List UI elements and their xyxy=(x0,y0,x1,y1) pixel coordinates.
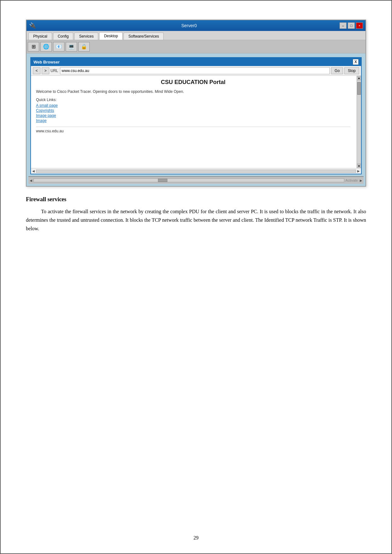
browser-content: CSU EDUCATION Portal Welcome to Cisco Pa… xyxy=(31,76,357,168)
page-number: 29 xyxy=(1,535,391,541)
toolbar-icon-1: ⊞ xyxy=(28,42,39,51)
section-heading: Firewall services xyxy=(26,196,366,203)
scroll-up-arrow[interactable]: ▲ xyxy=(357,76,361,80)
body-paragraph: To activate the firewall services in the… xyxy=(26,207,366,233)
browser-close-button[interactable]: X xyxy=(353,59,359,65)
url-label: URL xyxy=(51,69,58,73)
tab-config[interactable]: Config xyxy=(53,33,74,40)
window-title: Server0 xyxy=(39,23,340,28)
tab-software-services[interactable]: Software/Services xyxy=(124,33,164,40)
taskbar-scrollbar[interactable] xyxy=(33,178,344,182)
back-button[interactable]: < xyxy=(33,67,40,74)
link-copyrights[interactable]: Copyrights xyxy=(36,108,350,113)
window-taskbar: ◀ Activate ▶ xyxy=(28,176,364,184)
browser-titlebar: Web Browser X xyxy=(31,58,361,66)
window-icon: 🔌 xyxy=(29,22,36,29)
scroll-thumb[interactable] xyxy=(357,82,361,95)
horizontal-scrollbar[interactable] xyxy=(36,170,356,173)
cisco-packet-tracer-window: 🔌 Server0 – □ × Physical Config Services… xyxy=(26,20,366,187)
document-section: Firewall services To activate the firewa… xyxy=(26,196,366,233)
quick-links-label: Quick Links: xyxy=(36,98,350,102)
welcome-text: Welcome to Cisco Packet Tracer. Opening … xyxy=(36,89,350,94)
taskbar-thumb xyxy=(158,179,167,182)
scroll-right-arrow[interactable]: ▶ xyxy=(357,169,360,173)
minimize-button[interactable]: – xyxy=(340,22,347,29)
forward-button[interactable]: > xyxy=(42,67,49,74)
browser-bottom-bar: ◀ ▶ xyxy=(31,168,361,174)
activate-text: Activate xyxy=(346,178,358,182)
browser-scrollbar[interactable]: ▲ ▼ xyxy=(357,76,361,168)
link-image[interactable]: Image xyxy=(36,118,350,123)
taskbar-right-arrow[interactable]: ▶ xyxy=(360,179,362,182)
toolbar-icon-5: 🔒 xyxy=(78,42,90,51)
toolbar-icon-2: 🌐 xyxy=(40,42,52,51)
link-image-page[interactable]: Image page xyxy=(36,113,350,118)
tab-bar: Physical Config Services Desktop Softwar… xyxy=(27,31,365,40)
tab-services[interactable]: Services xyxy=(74,33,98,40)
taskbar-left-arrow[interactable]: ◀ xyxy=(30,179,32,182)
taskbar-left: ◀ xyxy=(30,179,32,182)
scroll-down-arrow[interactable]: ▼ xyxy=(357,164,361,168)
toolbar-area: ⊞ 🌐 📧 💻 🔒 xyxy=(27,40,365,53)
close-button[interactable]: × xyxy=(356,22,363,29)
restore-button[interactable]: □ xyxy=(348,22,355,29)
tab-physical[interactable]: Physical xyxy=(28,33,52,40)
browser-nav-bar: < > URL Go Stop xyxy=(31,66,361,76)
url-input[interactable] xyxy=(60,67,330,74)
link-small-page[interactable]: A small page xyxy=(36,103,350,108)
url-display: www.csu.edu.au xyxy=(36,129,350,133)
browser-title: Web Browser xyxy=(33,60,60,64)
window-controls: – □ × xyxy=(340,22,363,29)
go-button[interactable]: Go xyxy=(331,67,343,74)
content-title: CSU EDUCATION Portal xyxy=(36,79,350,86)
toolbar-icon-4: 💻 xyxy=(66,42,77,51)
tab-desktop[interactable]: Desktop xyxy=(99,32,123,40)
web-browser-window: Web Browser X < > URL Go Stop CSU EDUCAT… xyxy=(30,57,362,174)
stop-button[interactable]: Stop xyxy=(344,67,359,74)
scroll-left-arrow[interactable]: ◀ xyxy=(32,169,35,173)
window-titlebar: 🔌 Server0 – □ × xyxy=(27,20,365,31)
content-separator xyxy=(36,127,350,127)
toolbar-icon-3: 📧 xyxy=(53,42,64,51)
